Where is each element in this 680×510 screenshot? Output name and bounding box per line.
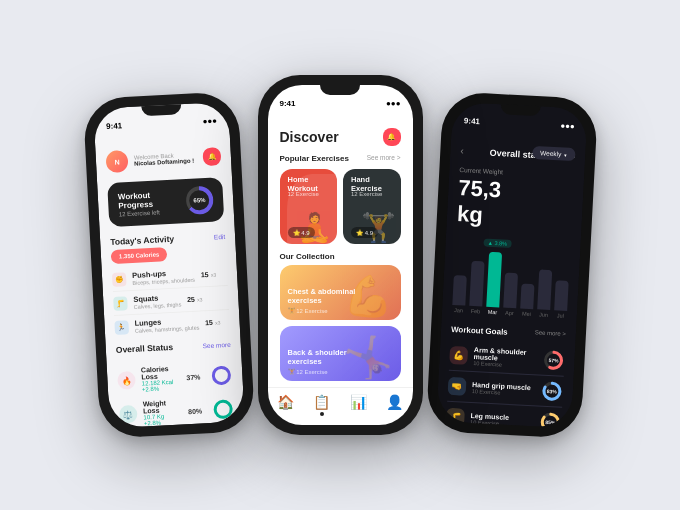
lunges-info: Lunges Calves, hamstrings, glutes — [134, 316, 199, 334]
center-screen-content: 9:41 ●●● Discover 🔔 Popular Exercises Se… — [268, 85, 413, 425]
notch-center — [320, 85, 360, 95]
arm-icon: 💪 — [449, 346, 468, 365]
label-mar: Mar — [487, 309, 497, 315]
label-apr: Apr — [505, 310, 514, 316]
label-jan: Jan — [453, 307, 462, 313]
hand-rating: ⭐ 4.9 — [351, 227, 378, 238]
squats-count: 25 x3 — [186, 294, 202, 304]
back-title: Back & shoulderexercises — [288, 348, 393, 366]
nav-bookmark-c[interactable]: 📋 — [313, 394, 330, 416]
left-screen-content: 9:41 ●●● N Welcome Back Nicolas Doftamin… — [93, 102, 245, 429]
exercise-cards: HomeWorkout 12 Exercise 🧘 ⭐ 4.9 HandExer… — [268, 169, 413, 244]
calories-circle — [209, 364, 232, 387]
progress-card: Workout Progress 12 Exercise left 65% — [107, 177, 224, 227]
pushups-count: 15 x3 — [200, 270, 216, 280]
weekly-badge[interactable]: Weekly ▾ — [531, 146, 575, 161]
nav-home-c[interactable]: 🏠 — [277, 394, 294, 416]
popular-title: Popular Exercises — [280, 154, 349, 163]
progress-percent: 65% — [188, 190, 209, 211]
right-screen-content: 9:41 ●●● ‹ Overall stat ••• Current Weig… — [436, 102, 588, 429]
bar-mar: Mar — [485, 252, 501, 316]
signal-center: ●●● — [386, 99, 401, 108]
popular-header: Popular Exercises See more > — [268, 154, 413, 169]
hand-exercise-card[interactable]: HandExercise 12 Exercise 🏋️ ⭐ 4.9 — [343, 169, 401, 244]
goals-title: Workout Goals — [450, 325, 507, 337]
time-left: 9:41 — [105, 121, 121, 131]
center-screen: 9:41 ●●● Discover 🔔 Popular Exercises Se… — [268, 85, 413, 425]
left-phone: 9:41 ●●● N Welcome Back Nicolas Doftamin… — [82, 91, 255, 439]
weight-section: Current Weight 75,3 kg Weekly ▾ — [446, 162, 585, 240]
edit-button[interactable]: Edit — [213, 233, 225, 241]
goals-see-more[interactable]: See more > — [534, 329, 566, 340]
see-more-popular[interactable]: See more > — [367, 154, 401, 163]
label-feb: Feb — [470, 308, 480, 314]
bar-mei: Mei — [519, 284, 534, 318]
weight-loss-row: ⚖️ Weight Loss 10.7 Kg +2.8% 80% — [118, 392, 235, 429]
nav-chart-c[interactable]: 📊 — [350, 394, 367, 416]
collection-header: Our Collection — [268, 244, 413, 265]
calories-icon: 🔥 — [117, 371, 136, 390]
hand-exercise-exercises: 12 Exercise — [351, 191, 382, 197]
discover-notif[interactable]: 🔔 — [383, 128, 401, 146]
calories-badge: 1.350 Calories — [110, 247, 167, 264]
right-phone: 9:41 ●●● ‹ Overall stat ••• Current Weig… — [425, 91, 598, 439]
chart-section: ▲ 3.8% Jan Feb Mar — [441, 232, 580, 325]
time-center: 9:41 — [280, 99, 296, 108]
left-screen: 9:41 ●●● N Welcome Back Nicolas Doftamin… — [93, 102, 245, 429]
lunges-icon: 🏃 — [114, 320, 129, 335]
leg-info: Leg muscle 10 Exercise — [470, 412, 534, 428]
weight-info: Weight Loss 10.7 Kg +2.8% — [142, 399, 182, 427]
chart-bars: Jan Feb Mar Apr — [451, 253, 569, 319]
home-workout-exercises: 12 Exercise — [288, 191, 319, 197]
bar-jan: Jan — [451, 275, 466, 314]
overall-title: Overall Status — [115, 342, 173, 355]
arm-circle: 57% — [541, 349, 564, 372]
progress-info: Workout Progress 12 Exercise left — [117, 189, 186, 218]
discover-title: Discover — [280, 129, 339, 145]
bar-feb: Feb — [468, 261, 484, 315]
calories-percent: 37% — [186, 373, 200, 381]
label-jul: Jul — [556, 312, 563, 318]
weight-icon: ⚖️ — [118, 405, 137, 424]
pushups-icon: ✊ — [111, 272, 126, 287]
chest-content: Chest & abdominalexercises 🏋️ 12 Exercis… — [280, 281, 401, 320]
signal-left: ●●● — [202, 116, 217, 126]
label-jun: Jun — [538, 311, 547, 317]
home-workout-card[interactable]: HomeWorkout 12 Exercise 🧘 ⭐ 4.9 — [280, 169, 338, 244]
arm-info: Arm & shoulder muscle 10 Exercise — [473, 346, 537, 369]
chevron-icon: ▾ — [564, 151, 567, 157]
calories-info: Calories Loss 12.182 Kcal +2.8% — [140, 365, 180, 393]
activity-title: Today's Activity — [109, 234, 173, 247]
progress-label: Workout Progress — [117, 189, 185, 211]
welcome-text: Welcome Back Nicolas Doftamingo ! — [133, 151, 197, 166]
squats-muscle: Calves, legs, thighs — [133, 301, 181, 309]
leg-icon: 🦵 — [445, 408, 464, 427]
overall-section: 🔥 Calories Loss 12.182 Kcal +2.8% 37% — [106, 351, 244, 428]
signal-right: ●●● — [560, 121, 575, 131]
nav-person-c[interactable]: 👤 — [386, 394, 403, 416]
back-card[interactable]: Back & shoulderexercises 🏋️ 12 Exercise … — [280, 326, 401, 381]
avatar: N — [105, 150, 128, 173]
phones-container: 9:41 ●●● N Welcome Back Nicolas Doftamin… — [71, 55, 610, 455]
chest-card[interactable]: Chest & abdominalexercises 🏋️ 12 Exercis… — [280, 265, 401, 320]
back-button[interactable]: ‹ — [460, 145, 464, 156]
svg-point-3 — [214, 401, 231, 418]
lunges-count: 15 x3 — [204, 317, 220, 327]
chest-exercises: 🏋️ 12 Exercise — [288, 307, 393, 314]
left-header: N Welcome Back Nicolas Doftamingo ! 🔔 — [94, 127, 231, 180]
see-more-overall[interactable]: See more — [202, 340, 231, 348]
hand-info: Hand grip muscle 10 Exercise — [471, 381, 535, 397]
notification-icon[interactable]: 🔔 — [202, 147, 221, 166]
right-screen: 9:41 ●●● ‹ Overall stat ••• Current Weig… — [436, 102, 588, 429]
label-mei: Mei — [521, 311, 530, 317]
goals-section: Workout Goals See more > 💪 Arm & shoulde… — [436, 318, 576, 428]
chest-title: Chest & abdominalexercises — [288, 287, 393, 305]
squats-icon: 🦵 — [113, 296, 128, 311]
hand-icon: 🤜 — [447, 377, 466, 396]
bottom-nav-center: 🏠 📋 📊 👤 — [268, 387, 413, 424]
hand-circle: 83% — [540, 380, 563, 403]
stat-title: Overall stat — [489, 147, 538, 160]
weight-percent: 80% — [188, 407, 202, 415]
pushups-info: Push-ups Biceps, triceps, shoulders — [131, 268, 194, 286]
activity-list: ✊ Push-ups Biceps, triceps, shoulders 15… — [101, 261, 240, 339]
